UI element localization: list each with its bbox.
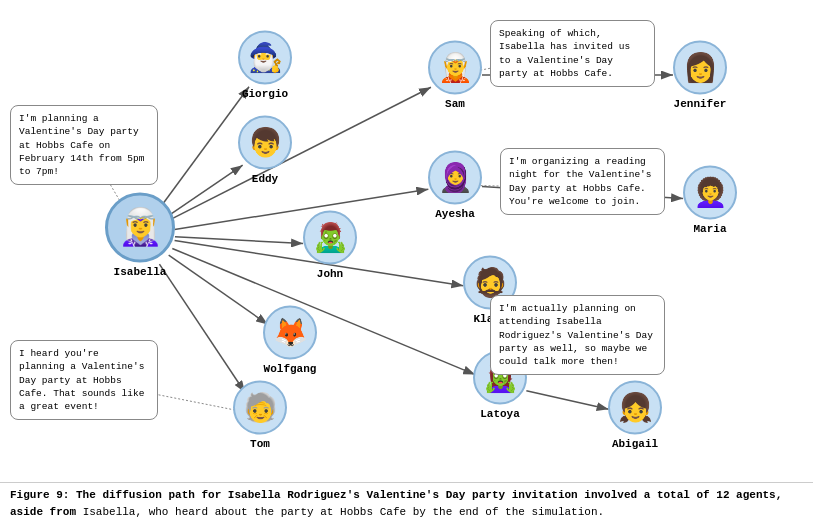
svg-line-9 xyxy=(171,87,431,219)
avatar-maria: 👩‍🦱 xyxy=(683,166,737,220)
svg-line-8 xyxy=(526,391,608,409)
node-label-latoya: Latoya xyxy=(480,408,520,420)
node-label-eddy: Eddy xyxy=(252,173,278,185)
node-tom: 🧓Tom xyxy=(233,381,287,450)
node-label-sam: Sam xyxy=(445,98,465,110)
node-john: 🧟‍♂️John xyxy=(303,211,357,280)
svg-line-1 xyxy=(161,87,249,207)
svg-line-5 xyxy=(159,264,245,392)
avatar-abigail: 👧 xyxy=(608,381,662,435)
avatar-giorgio: 🧙‍♂️ xyxy=(238,31,292,85)
bubble-isabella: I'm planning a Valentine's Day party at … xyxy=(10,105,158,185)
node-label-abigail: Abigail xyxy=(612,438,658,450)
node-label-giorgio: Giorgio xyxy=(242,88,288,100)
bubble-tom: I heard you're planning a Valentine's Da… xyxy=(10,340,158,420)
node-label-tom: Tom xyxy=(250,438,270,450)
node-ayesha: 🧕Ayesha xyxy=(428,151,482,220)
node-isabella: 🧝‍♀️Isabella xyxy=(105,193,175,278)
node-maria: 👩‍🦱Maria xyxy=(683,166,737,235)
bubble-sam: Speaking of which, Isabella has invited … xyxy=(490,20,655,87)
avatar-jennifer: 👩 xyxy=(673,41,727,95)
avatar-ayesha: 🧕 xyxy=(428,151,482,205)
node-giorgio: 🧙‍♂️Giorgio xyxy=(238,31,292,100)
node-sam: 🧝Sam xyxy=(428,41,482,110)
svg-line-3 xyxy=(175,237,303,244)
svg-line-2 xyxy=(169,165,243,215)
avatar-sam: 🧝 xyxy=(428,41,482,95)
node-label-isabella: Isabella xyxy=(114,266,167,278)
node-eddy: 👦Eddy xyxy=(238,116,292,185)
node-label-maria: Maria xyxy=(693,223,726,235)
node-wolfgang: 🦊Wolfgang xyxy=(263,306,317,375)
node-label-john: John xyxy=(317,268,343,280)
avatar-wolfgang: 🦊 xyxy=(263,306,317,360)
node-label-jennifer: Jennifer xyxy=(674,98,727,110)
avatar-tom: 🧓 xyxy=(233,381,287,435)
diagram-container: 🧝‍♀️Isabella🧙‍♂️Giorgio👦Eddy🧟‍♂️John🦊Wol… xyxy=(0,0,813,470)
node-label-wolfgang: Wolfgang xyxy=(264,363,317,375)
bubble-ayesha: I'm organizing a reading night for the V… xyxy=(500,148,665,215)
node-abigail: 👧Abigail xyxy=(608,381,662,450)
avatar-isabella: 🧝‍♀️ xyxy=(105,193,175,263)
svg-line-10 xyxy=(175,189,429,229)
bubble-latoya: I'm actually planning on attending Isabe… xyxy=(490,295,665,375)
node-jennifer: 👩Jennifer xyxy=(673,41,727,110)
avatar-eddy: 👦 xyxy=(238,116,292,170)
figure-caption: Figure 9: The diffusion path for Isabell… xyxy=(0,482,813,524)
avatar-john: 🧟‍♂️ xyxy=(303,211,357,265)
caption-normal: Isabella, who heard about the party at H… xyxy=(83,506,605,518)
node-label-ayesha: Ayesha xyxy=(435,208,475,220)
svg-line-4 xyxy=(169,255,268,324)
